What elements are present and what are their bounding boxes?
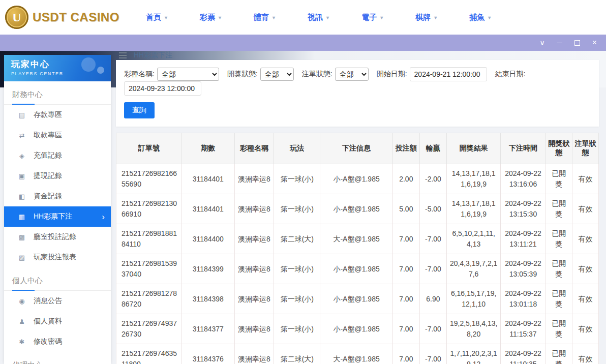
end-date-input[interactable] [124, 81, 201, 96]
minimize-icon[interactable]: ─ [557, 39, 562, 46]
sidebar-item-label: 資金記錄 [34, 192, 62, 201]
table-cell: 2152172698153937040 [116, 254, 182, 284]
column-header: 輸贏 [419, 133, 446, 164]
table-cell: 有效 [572, 224, 598, 254]
logo[interactable]: U USDT CASINO [5, 6, 125, 29]
sidebar-item-hh-lottery-bets[interactable]: ▦HH彩票下注› [4, 206, 111, 227]
chevron-down-icon: ▾ [380, 15, 383, 20]
recharge-record-icon: ◈ [17, 152, 26, 160]
sidebar-item-recharge-record[interactable]: ◈充值記錄 [4, 145, 111, 166]
nav-item-label: 首頁 [146, 13, 161, 22]
nav-item-sports[interactable]: 體育▾ [254, 13, 275, 22]
table-cell: 第一球(小) [274, 164, 320, 194]
main-nav: 首頁▾彩票▾體育▾視訊▾電子▾棋牌▾捕魚▾ [146, 13, 491, 22]
sidebar-item-profile[interactable]: ♟個人資料 [4, 311, 111, 331]
table-cell: 2024-09-22 13:16:06 [501, 164, 546, 194]
sidebar-item-label: 消息公告 [34, 296, 62, 306]
sidebar-item-label: 玩家投注報表 [34, 253, 76, 262]
sidebar-item-change-password[interactable]: ✱修改密碼 [4, 331, 111, 352]
collapse-icon[interactable]: ∨ [539, 39, 544, 46]
start-date-input[interactable] [410, 67, 487, 81]
top-header: U USDT CASINO 首頁▾彩票▾體育▾視訊▾電子▾棋牌▾捕魚▾ [0, 0, 606, 35]
table-cell: 6,16,15,17,19,12,1,10 [447, 284, 501, 314]
section-label: 財務中心 [4, 85, 111, 105]
table-cell: 小-A盤@1.985 [320, 194, 392, 224]
sidebar-item-label: 取款專區 [34, 131, 62, 140]
table-cell: 2024-09-22 11:10:35 [501, 344, 546, 364]
order-status-select[interactable]: 全部 [335, 68, 369, 81]
table-row: 215217269812788672031184398澳洲幸运8第一球(小)小-… [116, 284, 599, 314]
sidebar-item-label: HH彩票下注 [34, 212, 72, 221]
table-cell: 7.00 [392, 284, 419, 314]
table-cell: 澳洲幸运8 [234, 194, 274, 224]
column-header: 彩種名稱 [234, 133, 274, 164]
sidebar-item-room-bet-record[interactable]: ▩廳室投註記錄 [4, 227, 111, 247]
decor-circle [97, 67, 104, 74]
nav-item-label: 體育 [254, 13, 269, 22]
section-label: 代理中心 [4, 356, 111, 364]
table-cell: 2024-09-22 13:05:39 [501, 254, 546, 284]
decor-circle [81, 57, 96, 72]
deposit-icon: ▤ [17, 111, 26, 119]
table-row: 215217269749372673031184377澳洲幸运8第一球(小)小-… [116, 314, 599, 344]
table-cell: 有效 [572, 284, 598, 314]
sidebar-item-announcements[interactable]: ◉消息公告 [4, 291, 111, 311]
table-cell: 已開獎 [546, 194, 572, 224]
table-cell: 小-A盤@1.985 [320, 314, 392, 344]
bet-table-wrap: 訂單號期數彩種名稱玩法下注信息投注額輸贏開獎結果下注時間開獎狀態注單狀態 215… [116, 133, 599, 364]
nav-item-fishing[interactable]: 捕魚▾ [469, 13, 491, 22]
maximize-icon[interactable] [574, 40, 580, 46]
bet-table-body: 215217269821665569031184401澳洲幸运8第一球(小)小-… [116, 164, 599, 364]
nav-item-label: 電子 [361, 13, 377, 22]
table-cell: 7.00 [392, 224, 419, 254]
sidebar-item-label: 存款專區 [34, 110, 62, 119]
table-cell: 有效 [572, 194, 598, 224]
sidebar-item-withdraw-record[interactable]: ▣提現記錄 [4, 166, 111, 186]
sidebar-item-player-bet-report[interactable]: ▨玩家投注報表 [4, 247, 111, 267]
table-cell: 2024-09-22 13:11:21 [501, 224, 546, 254]
table-cell: -7.00 [419, 344, 446, 364]
table-cell: -7.00 [419, 254, 446, 284]
close-icon[interactable]: × [592, 39, 597, 47]
table-row: 215217269818818411031184400澳洲幸运8第二球(大)大-… [116, 224, 599, 254]
table-cell: 31184401 [182, 164, 234, 194]
hamburger-icon[interactable] [119, 55, 127, 56]
column-header: 開獎結果 [447, 133, 501, 164]
nav-item-cards[interactable]: 棋牌▾ [415, 13, 437, 22]
search-button[interactable]: 查詢 [124, 102, 155, 118]
table-cell: -5.00 [419, 194, 446, 224]
draw-status-select[interactable]: 全部 [260, 68, 294, 81]
chevron-down-icon: ▾ [272, 15, 275, 20]
sidebar-item-funds-record[interactable]: ◧資金記錄 [4, 186, 111, 206]
table-cell: 7.00 [392, 314, 419, 344]
sidebar: 玩家中心 PLAYERS CENTER 財務中心▤存款專區⇄取款專區◈充值記錄▣… [4, 55, 111, 364]
filter-panel: 彩種名稱: 全部 開獎狀態: 全部 注單狀態: 全部 開始日期: 結束日期: 查… [116, 60, 599, 127]
main-content: HH彩票下注 彩種名稱: 全部 開獎狀態: 全部 注單狀態: 全部 開始日期: … [111, 51, 606, 364]
table-cell: 大-A盤@1.985 [320, 344, 392, 364]
table-cell: 2024-09-22 13:15:30 [501, 194, 546, 224]
nav-item-lottery[interactable]: 彩票▾ [200, 13, 221, 22]
nav-item-home[interactable]: 首頁▾ [146, 13, 167, 22]
table-cell: 7.00 [392, 344, 419, 364]
nav-item-slots[interactable]: 電子▾ [361, 13, 383, 22]
table-cell: 第一球(小) [274, 254, 320, 284]
sidebar-subtitle: PLAYERS CENTER [11, 71, 111, 76]
chevron-down-icon: ▾ [165, 15, 167, 20]
column-header: 期數 [182, 133, 234, 164]
table-cell: -2.00 [419, 164, 446, 194]
filter-row: 彩種名稱: 全部 開獎狀態: 全部 注單狀態: 全部 開始日期: 結束日期: [124, 67, 591, 96]
nav-item-video[interactable]: 視訊▾ [308, 13, 329, 22]
table-cell: 2152172698213066910 [116, 194, 182, 224]
funds-record-icon: ◧ [17, 193, 26, 200]
sidebar-item-deposit[interactable]: ▤存款專區 [4, 105, 111, 125]
table-cell: 澳洲幸运8 [234, 344, 274, 364]
sidebar-item-withdraw[interactable]: ⇄取款專區 [4, 125, 111, 145]
lottery-name-select[interactable]: 全部 [157, 68, 219, 81]
chevron-right-icon: › [102, 213, 105, 221]
sidebar-item-label: 提現記錄 [34, 171, 62, 180]
table-cell: 2152172698127886720 [116, 284, 182, 314]
table-cell: 31184377 [182, 314, 234, 344]
table-cell: 14,13,17,18,11,6,19,9 [447, 164, 501, 194]
table-cell: 1,7,11,20,2,3,19,12 [447, 344, 501, 364]
table-cell: 2024-09-22 13:01:18 [501, 284, 546, 314]
